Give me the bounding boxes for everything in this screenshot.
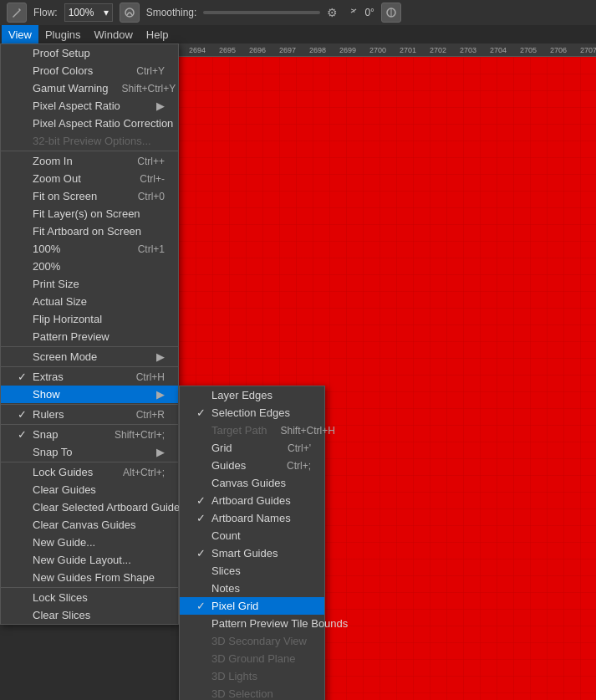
menu-plugins[interactable]: Plugins [38,25,88,43]
show-item-label: Guides [211,459,246,472]
menu-item-snap[interactable]: ✓SnapShift+Ctrl+; [1,426,178,443]
pressure-button[interactable] [120,3,140,23]
item-label: 32-bit Preview Options... [33,135,151,147]
show-submenu-item-grid[interactable]: GridCtrl+' [180,439,324,457]
show-submenu-item-count[interactable]: Count [180,527,324,544]
menu-item-clear-canvas-guides[interactable]: Clear Canvas Guides [1,516,178,534]
show-item-label: Layer Edges [211,389,273,401]
menu-item-extras[interactable]: ✓ExtrasCtrl+H [1,368,178,386]
menu-item-flip-horizontal[interactable]: Flip Horizontal [1,310,178,328]
menu-help[interactable]: Help [140,25,176,43]
show-item-label: Pixel Grid [211,600,258,612]
ruler-number: 2699 [333,46,363,54]
show-item-label: Selection Edges [211,406,290,419]
shortcut-label: Shift+Ctrl+Y [122,83,176,95]
menu-item-print-size[interactable]: Print Size [1,275,178,293]
show-submenu-item-guides[interactable]: GuidesCtrl+; [180,457,324,474]
menu-item-clear-slices[interactable]: Clear Slices [1,606,178,624]
menu-item-200-[interactable]: 200% [1,258,178,275]
ruler-number: 2703 [453,46,483,54]
menu-item-fit-layer-s--on-screen[interactable]: Fit Layer(s) on Screen [1,205,178,222]
item-label: Proof Colors [33,64,93,77]
shortcut-label: Shift+Ctrl+H [281,425,335,437]
item-label: Rulers [33,408,64,421]
menu-item-new-guide-layout---[interactable]: New Guide Layout... [1,551,178,569]
item-label: Snap To [33,446,72,458]
show-submenu-item-notes[interactable]: Notes [180,580,324,597]
menu-item-new-guides-from-shape[interactable]: New Guides From Shape [1,569,178,586]
show-submenu: Layer Edges✓Selection EdgesTarget PathSh… [179,386,325,700]
flow-input[interactable]: 100% ▾ [64,3,113,22]
item-right: Ctrl+1 [125,243,165,255]
show-item-label: Slices [211,565,241,577]
menu-item-proof-colors[interactable]: Proof ColorsCtrl+Y [1,62,178,79]
show-item-label: 3D Selection [211,687,273,700]
menu-item-lock-guides[interactable]: Lock GuidesAlt+Ctrl+; [1,463,178,481]
shortcut-label: Ctrl+; [287,460,311,472]
submenu-arrow-icon: ▶ [156,446,165,458]
item-right: ▶ [153,388,165,401]
menu-item-zoom-out[interactable]: Zoom OutCtrl+- [1,170,178,187]
menu-view[interactable]: View [2,25,38,43]
item-label: Pixel Aspect Ratio Correction [33,117,173,130]
item-label: Zoom In [33,155,73,167]
shortcut-label: Alt+Ctrl+; [123,467,165,478]
brush-tool-button[interactable] [7,3,27,23]
item-label: Extras [33,370,64,383]
menu-item-pattern-preview[interactable]: Pattern Preview [1,328,178,345]
menu-item-pixel-aspect-ratio-correction[interactable]: Pixel Aspect Ratio Correction [1,115,178,132]
item-label: 200% [33,260,60,273]
show-item-label: 3D Lights [211,670,257,682]
extra-tool-button[interactable] [381,3,401,23]
show-submenu-item-artboard-names[interactable]: ✓Artboard Names [180,509,324,527]
menu-item-screen-mode[interactable]: Screen Mode▶ [1,348,178,365]
check-mark: ✓ [18,428,31,441]
angle-value: 0° [364,7,374,18]
check-mark: ✓ [196,494,210,507]
submenu-arrow-icon: ▶ [156,350,165,363]
show-submenu-item-layer-edges[interactable]: Layer Edges [180,386,324,404]
item-label: Fit Artboard on Screen [33,225,141,238]
ruler-number: 2695 [212,46,242,54]
menu-item-gamut-warning[interactable]: Gamut WarningShift+Ctrl+Y [1,79,178,97]
menu-item-zoom-in[interactable]: Zoom InCtrl++ [1,152,178,170]
menu-item-new-guide---[interactable]: New Guide... [1,534,178,551]
show-submenu-item-pattern-preview-tile-bounds[interactable]: Pattern Preview Tile Bounds [180,615,324,632]
menu-item-pixel-aspect-ratio[interactable]: Pixel Aspect Ratio▶ [1,97,178,115]
item-label: Flip Horizontal [33,313,102,325]
show-submenu-item-pixel-grid[interactable]: ✓Pixel Grid [180,597,324,615]
menu-item-fit-artboard-on-screen[interactable]: Fit Artboard on Screen [1,222,178,240]
smoothing-slider[interactable] [203,11,320,14]
menu-window[interactable]: Window [88,25,140,43]
show-item-label: Artboard Guides [211,494,291,507]
menu-item-snap-to[interactable]: Snap To▶ [1,443,178,461]
menu-item-rulers[interactable]: ✓RulersCtrl+R [1,406,178,423]
item-right: ▶ [153,100,165,112]
item-label: Fit Layer(s) on Screen [33,207,140,220]
show-submenu-item-artboard-guides[interactable]: ✓Artboard Guides [180,492,324,509]
show-submenu-item-slices[interactable]: Slices [180,562,324,580]
menu-item-fit-on-screen[interactable]: Fit on ScreenCtrl+0 [1,187,178,205]
menu-item-actual-size[interactable]: Actual Size [1,293,178,310]
show-submenu-item-smart-guides[interactable]: ✓Smart Guides [180,544,324,562]
show-item-label: Smart Guides [211,547,278,559]
show-submenu-item-3d-lights: 3D Lights [180,667,324,685]
shortcut-label: Ctrl+R [136,409,165,421]
ruler-number: 2697 [273,46,303,54]
menu-item-100-[interactable]: 100%Ctrl+1 [1,240,178,258]
menu-item-proof-setup[interactable]: Proof Setup [1,44,178,62]
shortcut-label: Ctrl+Y [136,65,165,77]
flow-label: Flow: [33,7,58,18]
show-submenu-item-canvas-guides[interactable]: Canvas Guides [180,474,324,492]
ruler-number: 2698 [303,46,333,54]
menu-item-clear-guides[interactable]: Clear Guides [1,481,178,498]
item-label: Proof Setup [33,47,90,59]
menu-item-clear-selected-artboard-guides[interactable]: Clear Selected Artboard Guides [1,498,178,516]
show-submenu-item-selection-edges[interactable]: ✓Selection Edges [180,404,324,422]
item-label: New Guides From Shape [33,571,155,584]
ruler-number: 2700 [363,46,393,54]
check-mark: ✓ [18,408,31,421]
menu-item-show[interactable]: Show▶ [1,386,178,403]
gear-icon[interactable]: ⚙ [327,6,338,19]
menu-item-lock-slices[interactable]: Lock Slices [1,589,178,606]
